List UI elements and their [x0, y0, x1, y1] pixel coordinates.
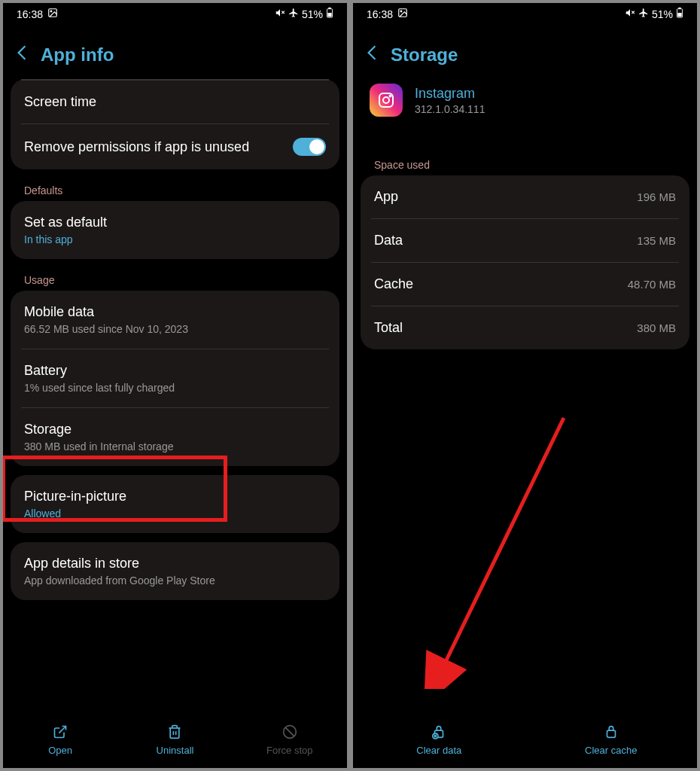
app-size-label: App [374, 189, 398, 205]
app-size-value: 196 MB [637, 190, 676, 203]
clear-cache-icon [603, 724, 619, 740]
phone-app-info: 16:38 51% App info Screen [0, 0, 350, 771]
svg-line-7 [59, 727, 65, 733]
svg-point-21 [390, 96, 391, 97]
trash-icon [166, 724, 183, 740]
total-size-label: Total [374, 320, 403, 336]
status-battery: 51% [302, 8, 323, 20]
pip-sub: Allowed [24, 507, 126, 520]
battery-label: Battery [24, 363, 175, 379]
image-icon [397, 8, 408, 20]
uninstall-button[interactable]: Uninstall [117, 724, 232, 756]
page-header: App info [3, 23, 347, 79]
open-label: Open [48, 745, 72, 756]
svg-rect-18 [677, 13, 681, 17]
svg-point-20 [383, 97, 389, 103]
remove-permissions-label: Remove permissions if app is unused [24, 139, 249, 155]
status-time: 16:38 [367, 8, 393, 20]
svg-point-1 [50, 11, 52, 12]
clear-data-icon [431, 724, 447, 740]
force-stop-label: Force stop [266, 745, 312, 756]
app-details-row[interactable]: App details in store App downloaded from… [21, 542, 329, 600]
storage-label: Storage [24, 422, 173, 437]
image-icon [47, 8, 58, 20]
set-default-label: Set as default [24, 215, 107, 230]
screen-time-row[interactable]: Screen time [21, 80, 329, 123]
battery-icon [326, 8, 333, 20]
annotation-arrow [413, 410, 579, 689]
app-name: Instagram [415, 86, 485, 102]
app-header: Instagram 312.1.0.34.111 [353, 79, 697, 132]
stop-icon [282, 724, 298, 740]
remove-permissions-toggle[interactable] [293, 138, 326, 156]
app-size-row: App 196 MB [371, 175, 679, 218]
svg-line-23 [443, 418, 564, 666]
total-size-value: 380 MB [637, 322, 676, 334]
app-version: 312.1.0.34.111 [415, 103, 485, 115]
space-used-label: Space used [361, 153, 689, 175]
page-header: Storage [353, 23, 697, 79]
svg-rect-6 [327, 13, 331, 17]
pip-label: Picture-in-picture [24, 489, 126, 504]
svg-point-13 [400, 11, 402, 12]
back-button[interactable] [17, 44, 27, 66]
back-button[interactable] [367, 44, 377, 66]
phone-storage: 16:38 51% Storage Instag [350, 0, 700, 771]
svg-rect-28 [607, 730, 615, 737]
svg-rect-17 [678, 8, 681, 9]
svg-line-11 [285, 727, 294, 736]
open-button[interactable]: Open [3, 724, 117, 756]
instagram-icon [370, 84, 403, 117]
clear-cache-button[interactable]: Clear cache [525, 724, 698, 756]
app-details-sub: App downloaded from Google Play Store [24, 574, 215, 587]
battery-row[interactable]: Battery 1% used since last fully charged [21, 349, 329, 407]
svg-rect-5 [328, 8, 331, 9]
data-size-value: 135 MB [637, 234, 676, 247]
mute-icon [275, 8, 285, 20]
storage-sub: 380 MB used in Internal storage [24, 440, 173, 453]
clear-data-label: Clear data [416, 745, 461, 756]
cache-size-row: Cache 48.70 MB [371, 262, 679, 306]
screen-time-label: Screen time [24, 94, 96, 110]
page-title: Storage [391, 44, 458, 66]
mobile-data-row[interactable]: Mobile data 66.52 MB used since Nov 10, … [21, 291, 329, 349]
status-time: 16:38 [17, 8, 43, 20]
set-default-row[interactable]: Set as default In this app [21, 201, 329, 259]
status-bar: 16:38 51% [3, 3, 347, 23]
clear-data-button[interactable]: Clear data [353, 724, 525, 756]
total-size-row: Total 380 MB [371, 306, 679, 349]
cache-size-label: Cache [374, 276, 413, 292]
storage-row[interactable]: Storage 380 MB used in Internal storage [21, 407, 329, 466]
bottom-bar: Clear data Clear cache [353, 716, 697, 768]
mobile-data-sub: 66.52 MB used since Nov 10, 2023 [24, 323, 188, 335]
defaults-section-label: Defaults [11, 178, 339, 201]
uninstall-label: Uninstall [157, 745, 194, 756]
set-default-sub: In this app [24, 233, 107, 245]
bottom-bar: Open Uninstall Force stop [3, 716, 347, 768]
status-bar: 16:38 51% [353, 3, 697, 23]
status-battery: 51% [652, 8, 673, 20]
open-icon [52, 724, 68, 740]
remove-permissions-row[interactable]: Remove permissions if app is unused [21, 123, 329, 169]
airplane-icon [638, 8, 649, 20]
app-details-label: App details in store [24, 556, 215, 571]
mobile-data-label: Mobile data [24, 304, 188, 320]
data-size-label: Data [374, 233, 403, 248]
clear-cache-label: Clear cache [585, 745, 637, 756]
page-title: App info [41, 44, 114, 66]
battery-sub: 1% used since last fully charged [24, 382, 175, 394]
pip-row[interactable]: Picture-in-picture Allowed [21, 475, 329, 533]
force-stop-button[interactable]: Force stop [233, 724, 347, 756]
cache-size-value: 48.70 MB [628, 278, 676, 291]
data-size-row: Data 135 MB [371, 218, 679, 262]
airplane-icon [288, 8, 299, 20]
mute-icon [625, 8, 635, 20]
usage-section-label: Usage [11, 268, 339, 291]
battery-icon [676, 8, 683, 20]
